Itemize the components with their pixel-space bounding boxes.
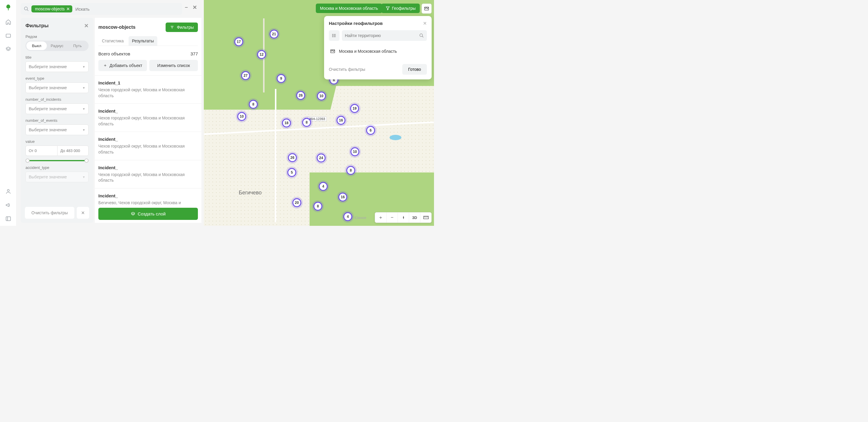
value-from-input[interactable] bbox=[26, 146, 57, 156]
folder-icon[interactable] bbox=[5, 32, 12, 39]
result-item[interactable]: Incident_ Бегичево, Чехов городской окру… bbox=[95, 188, 202, 205]
plus-icon: ＋ bbox=[103, 63, 107, 68]
map-cluster[interactable]: 8 bbox=[249, 100, 258, 109]
map-road bbox=[275, 89, 276, 222]
ruler-button[interactable] bbox=[420, 212, 431, 222]
result-item[interactable]: Incident_ Чехов городской округ, Москва … bbox=[95, 131, 202, 160]
filters-close-icon[interactable]: ✕ bbox=[84, 23, 89, 29]
layers-icon[interactable] bbox=[5, 46, 12, 53]
minimize-icon[interactable]: – bbox=[185, 4, 188, 11]
field-accident-select[interactable]: Выберите значение ▼ bbox=[26, 172, 89, 182]
geo-search-input[interactable] bbox=[345, 33, 419, 38]
field-incidents-select[interactable]: Выберите значение ▼ bbox=[26, 103, 89, 114]
select-placeholder: Выберите значение bbox=[29, 64, 67, 69]
announce-icon[interactable] bbox=[5, 202, 12, 209]
map-cluster[interactable]: 6 bbox=[366, 126, 375, 135]
filters-footer: Очистить фильтры bbox=[25, 204, 89, 219]
map-cluster[interactable]: 8 bbox=[302, 118, 311, 127]
svg-point-16 bbox=[332, 35, 333, 36]
map-cluster[interactable]: 10 bbox=[237, 112, 246, 121]
compass-button[interactable] bbox=[398, 212, 409, 222]
result-item[interactable]: Incident_1 Чехов городской округ, Москва… bbox=[95, 75, 202, 103]
map-cluster[interactable]: 12 bbox=[257, 50, 266, 59]
geo-search[interactable] bbox=[342, 30, 427, 41]
map-cluster[interactable]: 18 bbox=[282, 119, 291, 127]
panel-icon[interactable] bbox=[5, 215, 12, 222]
result-title: Incident_1 bbox=[98, 80, 198, 85]
add-object-button[interactable]: ＋ Добавить объект bbox=[98, 60, 147, 71]
search-bar[interactable]: moscow-objects ✕ bbox=[21, 3, 182, 15]
search-chip[interactable]: moscow-objects ✕ bbox=[31, 5, 72, 12]
results-heading: moscow-objects bbox=[98, 25, 135, 30]
map-cluster[interactable]: 5 bbox=[287, 168, 296, 177]
value-to-input[interactable] bbox=[57, 146, 89, 156]
geo-close-icon[interactable]: ✕ bbox=[423, 21, 427, 26]
map-cluster[interactable]: 10 bbox=[317, 92, 326, 100]
map-cluster[interactable]: 19 bbox=[350, 104, 359, 113]
edit-list-button[interactable]: Изменить список bbox=[149, 60, 198, 71]
map-cluster[interactable]: 8 bbox=[313, 202, 322, 211]
chevron-down-icon: ▼ bbox=[82, 86, 85, 90]
clear-filters-button[interactable]: Очистить фильтры bbox=[25, 207, 74, 219]
geo-clear-button[interactable]: Очистить фильтры bbox=[329, 67, 365, 72]
delete-filter-button[interactable] bbox=[77, 207, 89, 219]
geo-done-button[interactable]: Готово bbox=[402, 64, 427, 75]
map-cluster[interactable]: 21 bbox=[270, 30, 278, 38]
tab-results[interactable]: Результаты bbox=[129, 36, 158, 46]
map[interactable]: 46Н-12393 Бегичево СНТ Южное 17211227962… bbox=[204, 0, 434, 226]
slider-handle-min[interactable] bbox=[26, 158, 30, 163]
map-cluster[interactable]: 17 bbox=[234, 37, 243, 46]
town-label: Бегичево bbox=[239, 190, 261, 196]
result-item[interactable]: Incident_ Чехов городской округ, Москва … bbox=[95, 160, 202, 188]
result-sub: Бегичево, Чехов городской округ, Москва … bbox=[98, 200, 198, 205]
map-cluster[interactable]: 26 bbox=[296, 91, 305, 100]
create-layer-button[interactable]: Создать слой bbox=[98, 208, 198, 220]
map-cluster[interactable]: 8 bbox=[346, 166, 355, 175]
search-chip-label: moscow-objects bbox=[35, 6, 65, 11]
map-cluster[interactable]: 16 bbox=[338, 192, 347, 202]
seg-path[interactable]: Путь bbox=[67, 41, 88, 50]
search-icon bbox=[24, 6, 29, 11]
geo-territory-item[interactable]: Москва и Московская область bbox=[329, 46, 427, 57]
map-cluster[interactable]: 9 bbox=[277, 74, 286, 83]
filters-title: Фильтры bbox=[26, 23, 49, 29]
field-accident-label: accident_type bbox=[26, 165, 89, 170]
field-events-select[interactable]: Выберите значение ▼ bbox=[26, 124, 89, 135]
result-title: Incident_ bbox=[98, 109, 198, 114]
slider-handle-max[interactable] bbox=[85, 158, 89, 163]
map-cluster[interactable]: 4 bbox=[343, 212, 352, 221]
user-icon[interactable] bbox=[5, 188, 12, 195]
result-item[interactable]: Incident_ Чехов городской округ, Москва … bbox=[95, 103, 202, 131]
geofilters-chip[interactable]: Геофильтры bbox=[381, 4, 420, 13]
region-chip[interactable]: Москва и Московская область bbox=[316, 4, 382, 13]
value-slider[interactable] bbox=[27, 160, 87, 161]
tab-stats[interactable]: Статистика bbox=[98, 36, 127, 46]
field-title-select[interactable]: Выберите значение ▼ bbox=[26, 61, 89, 72]
seg-off[interactable]: Выкл bbox=[26, 41, 47, 50]
field-value-label: value bbox=[26, 139, 89, 144]
map-cluster[interactable]: 16 bbox=[337, 116, 345, 125]
results-filters-button[interactable]: Фильтры bbox=[165, 23, 198, 32]
map-style-button[interactable] bbox=[422, 4, 432, 13]
zoom-in-button[interactable]: ＋ bbox=[375, 212, 386, 222]
tree-logo-icon[interactable] bbox=[4, 4, 12, 12]
home-icon[interactable] bbox=[5, 19, 12, 26]
result-sub: Чехов городской округ, Москва и Московск… bbox=[98, 172, 198, 183]
geo-list-button[interactable] bbox=[329, 30, 340, 41]
seg-radius[interactable]: Радиус bbox=[47, 41, 67, 50]
result-title: Incident_ bbox=[98, 137, 198, 142]
region-chip-label: Москва и Московская область bbox=[320, 6, 378, 11]
search-input[interactable] bbox=[75, 6, 179, 11]
select-placeholder: Выберите значение bbox=[29, 107, 67, 111]
map-cluster[interactable]: 10 bbox=[350, 147, 359, 156]
close-icon[interactable]: ✕ bbox=[192, 4, 197, 11]
map-cluster[interactable]: 26 bbox=[288, 153, 297, 162]
map-cluster[interactable]: 24 bbox=[317, 153, 326, 162]
zoom-out-button[interactable]: − bbox=[386, 212, 398, 222]
map-cluster[interactable]: 4 bbox=[319, 182, 328, 191]
field-eventtype-select[interactable]: Выберите значение ▼ bbox=[26, 82, 89, 93]
map-cluster[interactable]: 20 bbox=[292, 198, 301, 207]
map-cluster[interactable]: 27 bbox=[241, 71, 250, 80]
chip-remove-icon[interactable]: ✕ bbox=[66, 6, 70, 11]
3d-button[interactable]: 3D bbox=[409, 212, 420, 222]
